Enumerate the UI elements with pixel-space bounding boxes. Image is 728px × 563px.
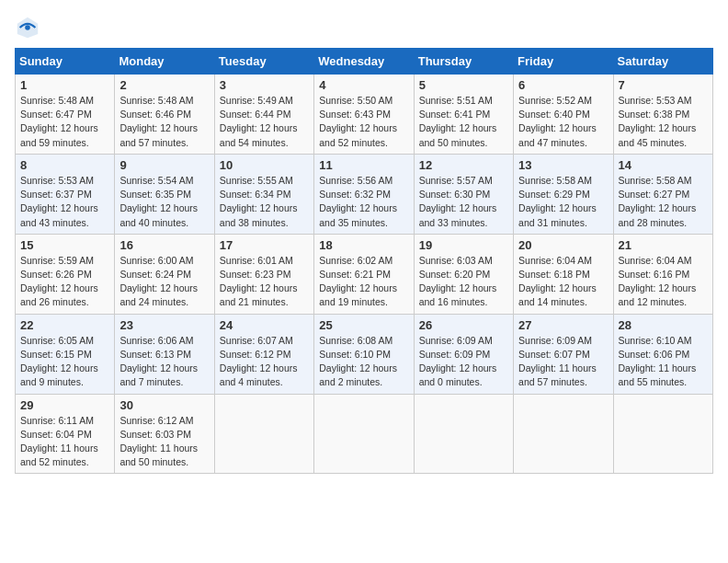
day-number: 13 <box>518 158 608 172</box>
day-number: 12 <box>419 158 508 172</box>
header-day-thursday: Thursday <box>414 49 513 75</box>
day-detail: Sunrise: 6:04 AMSunset: 6:18 PMDaylight:… <box>518 254 608 310</box>
calendar-header: SundayMondayTuesdayWednesdayThursdayFrid… <box>16 49 713 75</box>
day-detail: Sunrise: 6:09 AMSunset: 6:09 PMDaylight:… <box>419 334 508 390</box>
calendar-table: SundayMondayTuesdayWednesdayThursdayFrid… <box>15 48 713 474</box>
header-day-saturday: Saturday <box>613 49 712 75</box>
header-day-wednesday: Wednesday <box>314 49 414 75</box>
header-day-monday: Monday <box>115 49 214 75</box>
calendar-week-4: 22 Sunrise: 6:05 AMSunset: 6:15 PMDaylig… <box>16 314 713 394</box>
calendar-week-5: 29 Sunrise: 6:11 AMSunset: 6:04 PMDaylig… <box>16 394 713 474</box>
calendar-cell: 10 Sunrise: 5:55 AMSunset: 6:34 PMDaylig… <box>214 154 313 234</box>
day-number: 7 <box>619 78 708 92</box>
day-detail: Sunrise: 6:12 AMSunset: 6:03 PMDaylight:… <box>119 414 209 470</box>
calendar-cell: 20 Sunrise: 6:04 AMSunset: 6:18 PMDaylig… <box>514 234 613 314</box>
day-detail: Sunrise: 6:02 AMSunset: 6:21 PMDaylight:… <box>319 254 408 310</box>
calendar-cell: 24 Sunrise: 6:07 AMSunset: 6:12 PMDaylig… <box>214 314 313 394</box>
calendar-cell: 27 Sunrise: 6:09 AMSunset: 6:07 PMDaylig… <box>514 314 613 394</box>
calendar-week-2: 8 Sunrise: 5:53 AMSunset: 6:37 PMDayligh… <box>16 154 713 234</box>
calendar-cell: 6 Sunrise: 5:52 AMSunset: 6:40 PMDayligh… <box>514 75 613 155</box>
logo <box>15 15 44 40</box>
day-number: 28 <box>619 318 708 332</box>
day-number: 26 <box>419 318 508 332</box>
day-detail: Sunrise: 6:03 AMSunset: 6:20 PMDaylight:… <box>419 254 508 310</box>
calendar-cell: 29 Sunrise: 6:11 AMSunset: 6:04 PMDaylig… <box>16 394 115 474</box>
calendar-cell: 11 Sunrise: 5:56 AMSunset: 6:32 PMDaylig… <box>314 154 414 234</box>
day-number: 10 <box>220 158 309 172</box>
calendar-cell: 21 Sunrise: 6:04 AMSunset: 6:16 PMDaylig… <box>613 234 712 314</box>
calendar-cell: 22 Sunrise: 6:05 AMSunset: 6:15 PMDaylig… <box>16 314 115 394</box>
day-detail: Sunrise: 5:52 AMSunset: 6:40 PMDaylight:… <box>518 94 608 150</box>
calendar-week-3: 15 Sunrise: 5:59 AMSunset: 6:26 PMDaylig… <box>16 234 713 314</box>
day-number: 24 <box>220 318 309 332</box>
calendar-cell: 12 Sunrise: 5:57 AMSunset: 6:30 PMDaylig… <box>414 154 513 234</box>
day-number: 17 <box>220 238 309 252</box>
calendar-cell: 23 Sunrise: 6:06 AMSunset: 6:13 PMDaylig… <box>115 314 214 394</box>
calendar-cell <box>414 394 513 474</box>
calendar-cell: 5 Sunrise: 5:51 AMSunset: 6:41 PMDayligh… <box>414 75 513 155</box>
calendar-cell <box>514 394 613 474</box>
header-day-friday: Friday <box>514 49 613 75</box>
calendar-cell: 19 Sunrise: 6:03 AMSunset: 6:20 PMDaylig… <box>414 234 513 314</box>
day-detail: Sunrise: 6:06 AMSunset: 6:13 PMDaylight:… <box>119 334 209 390</box>
calendar-cell: 4 Sunrise: 5:50 AMSunset: 6:43 PMDayligh… <box>314 75 414 155</box>
day-number: 15 <box>20 238 109 252</box>
calendar-cell <box>314 394 414 474</box>
calendar-cell: 15 Sunrise: 5:59 AMSunset: 6:26 PMDaylig… <box>16 234 115 314</box>
calendar-week-1: 1 Sunrise: 5:48 AMSunset: 6:47 PMDayligh… <box>16 75 713 155</box>
day-detail: Sunrise: 6:10 AMSunset: 6:06 PMDaylight:… <box>619 334 708 390</box>
day-detail: Sunrise: 5:51 AMSunset: 6:41 PMDaylight:… <box>419 94 508 150</box>
day-detail: Sunrise: 6:08 AMSunset: 6:10 PMDaylight:… <box>319 334 408 390</box>
day-number: 30 <box>119 398 209 412</box>
day-detail: Sunrise: 6:07 AMSunset: 6:12 PMDaylight:… <box>220 334 309 390</box>
page-header <box>15 15 713 40</box>
day-number: 19 <box>419 238 508 252</box>
day-number: 20 <box>518 238 608 252</box>
day-number: 11 <box>319 158 408 172</box>
day-detail: Sunrise: 5:48 AMSunset: 6:47 PMDaylight:… <box>20 94 109 150</box>
calendar-cell: 28 Sunrise: 6:10 AMSunset: 6:06 PMDaylig… <box>613 314 712 394</box>
calendar-cell: 17 Sunrise: 6:01 AMSunset: 6:23 PMDaylig… <box>214 234 313 314</box>
day-detail: Sunrise: 5:53 AMSunset: 6:38 PMDaylight:… <box>619 94 708 150</box>
day-detail: Sunrise: 6:05 AMSunset: 6:15 PMDaylight:… <box>20 334 109 390</box>
day-number: 23 <box>119 318 209 332</box>
day-detail: Sunrise: 6:04 AMSunset: 6:16 PMDaylight:… <box>619 254 708 310</box>
day-number: 3 <box>220 78 309 92</box>
day-detail: Sunrise: 6:11 AMSunset: 6:04 PMDaylight:… <box>20 414 109 470</box>
day-number: 14 <box>619 158 708 172</box>
calendar-cell: 14 Sunrise: 5:58 AMSunset: 6:27 PMDaylig… <box>613 154 712 234</box>
day-number: 22 <box>20 318 109 332</box>
calendar-cell: 2 Sunrise: 5:48 AMSunset: 6:46 PMDayligh… <box>115 75 214 155</box>
calendar-body: 1 Sunrise: 5:48 AMSunset: 6:47 PMDayligh… <box>16 75 713 474</box>
day-detail: Sunrise: 5:56 AMSunset: 6:32 PMDaylight:… <box>319 174 408 230</box>
day-number: 5 <box>419 78 508 92</box>
calendar-cell: 3 Sunrise: 5:49 AMSunset: 6:44 PMDayligh… <box>214 75 313 155</box>
logo-icon <box>15 15 40 40</box>
day-number: 2 <box>119 78 209 92</box>
day-detail: Sunrise: 5:57 AMSunset: 6:30 PMDaylight:… <box>419 174 508 230</box>
day-detail: Sunrise: 5:53 AMSunset: 6:37 PMDaylight:… <box>20 174 109 230</box>
calendar-cell <box>214 394 313 474</box>
day-number: 27 <box>518 318 608 332</box>
day-detail: Sunrise: 6:00 AMSunset: 6:24 PMDaylight:… <box>119 254 209 310</box>
calendar-cell: 1 Sunrise: 5:48 AMSunset: 6:47 PMDayligh… <box>16 75 115 155</box>
header-row: SundayMondayTuesdayWednesdayThursdayFrid… <box>16 49 713 75</box>
day-number: 16 <box>119 238 209 252</box>
calendar-cell: 25 Sunrise: 6:08 AMSunset: 6:10 PMDaylig… <box>314 314 414 394</box>
day-number: 8 <box>20 158 109 172</box>
calendar-cell: 18 Sunrise: 6:02 AMSunset: 6:21 PMDaylig… <box>314 234 414 314</box>
day-detail: Sunrise: 5:58 AMSunset: 6:27 PMDaylight:… <box>619 174 708 230</box>
calendar-cell: 13 Sunrise: 5:58 AMSunset: 6:29 PMDaylig… <box>514 154 613 234</box>
day-detail: Sunrise: 5:54 AMSunset: 6:35 PMDaylight:… <box>119 174 209 230</box>
day-detail: Sunrise: 5:55 AMSunset: 6:34 PMDaylight:… <box>220 174 309 230</box>
calendar-cell: 26 Sunrise: 6:09 AMSunset: 6:09 PMDaylig… <box>414 314 513 394</box>
day-detail: Sunrise: 6:09 AMSunset: 6:07 PMDaylight:… <box>518 334 608 390</box>
day-detail: Sunrise: 5:59 AMSunset: 6:26 PMDaylight:… <box>20 254 109 310</box>
day-number: 25 <box>319 318 408 332</box>
calendar-cell: 7 Sunrise: 5:53 AMSunset: 6:38 PMDayligh… <box>613 75 712 155</box>
calendar-cell: 16 Sunrise: 6:00 AMSunset: 6:24 PMDaylig… <box>115 234 214 314</box>
svg-point-1 <box>25 25 30 30</box>
day-number: 18 <box>319 238 408 252</box>
day-number: 29 <box>20 398 109 412</box>
day-number: 9 <box>119 158 209 172</box>
